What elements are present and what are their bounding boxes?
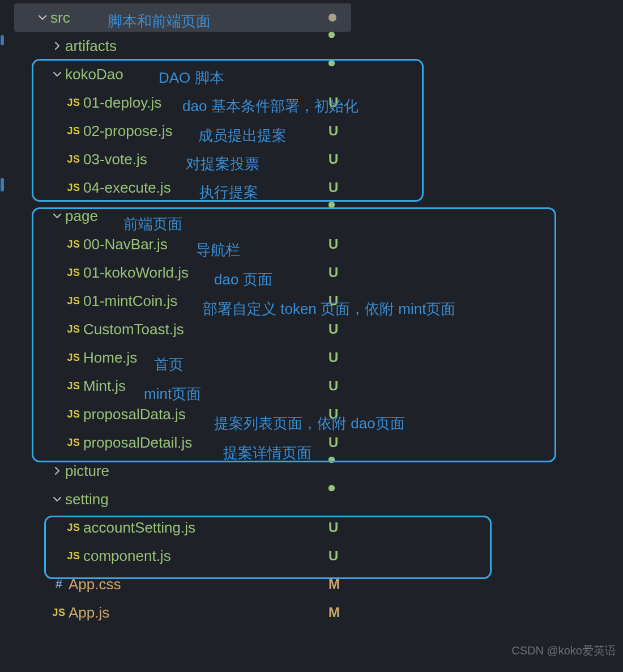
folder-item-setting[interactable]: setting — [14, 485, 351, 513]
edge-marker — [1, 35, 4, 45]
item-label: accountSetting.js — [83, 519, 195, 537]
item-label: CustomToast.js — [83, 321, 184, 338]
item-label: 02-propose.js — [83, 122, 173, 140]
item-label: 00-NavBar.js — [83, 236, 168, 253]
item-label: 01-deploy.js — [83, 94, 161, 112]
item-label: App.css — [69, 576, 121, 593]
item-label: proposalDetail.js — [83, 434, 192, 452]
js-file-icon: JS — [64, 324, 83, 335]
git-status-U: U — [328, 145, 338, 173]
js-file-icon: JS — [64, 239, 83, 250]
chevron-right-icon[interactable] — [49, 466, 65, 475]
git-status-U: U — [328, 258, 338, 287]
js-file-icon: JS — [64, 550, 83, 562]
file-item-CustomToast.js[interactable]: JSCustomToast.jsU — [14, 315, 351, 343]
git-status-U: U — [328, 372, 338, 400]
file-item-App.js[interactable]: JSApp.jsM — [14, 598, 351, 627]
js-file-icon: JS — [64, 97, 83, 109]
js-file-icon: JS — [64, 380, 83, 392]
file-item-01-kokoWorld.js[interactable]: JS01-kokoWorld.jsU — [14, 258, 351, 287]
item-label: picture — [65, 462, 109, 480]
git-status-dot — [328, 457, 335, 463]
git-status-U: U — [328, 428, 338, 457]
js-file-icon: JS — [49, 607, 69, 619]
js-file-icon: JS — [64, 352, 83, 364]
js-file-icon: JS — [64, 409, 83, 420]
chevron-right-icon[interactable] — [49, 41, 65, 50]
git-status-U: U — [328, 315, 338, 343]
folder-item-picture[interactable]: picture — [14, 457, 351, 485]
git-status-M: M — [328, 570, 340, 598]
item-label: 04-execute.js — [83, 179, 171, 197]
git-status-U: U — [328, 343, 338, 372]
item-label: Home.js — [83, 349, 137, 367]
item-label: App.js — [69, 604, 109, 622]
git-status-dot — [328, 202, 335, 208]
css-file-icon: # — [49, 577, 69, 592]
file-item-04-execute.js[interactable]: JS04-execute.jsU — [14, 173, 351, 202]
js-file-icon: JS — [64, 125, 83, 137]
file-item-proposalDetail.js[interactable]: JSproposalDetail.jsU — [14, 428, 351, 457]
item-label: 01-mintCoin.js — [83, 292, 177, 310]
js-file-icon: JS — [64, 522, 83, 534]
item-label: artifacts — [65, 37, 117, 55]
git-status-U: U — [328, 400, 338, 428]
file-item-accountSetting.js[interactable]: JSaccountSetting.jsU — [14, 513, 351, 542]
edge-marker — [1, 178, 4, 192]
chevron-down-icon[interactable] — [49, 70, 65, 79]
js-file-icon: JS — [64, 154, 83, 165]
git-status-dot — [328, 32, 335, 38]
chevron-down-icon[interactable] — [35, 13, 50, 22]
item-label: 03-vote.js — [83, 151, 147, 168]
item-label: setting — [65, 491, 109, 508]
git-status-U: U — [328, 513, 338, 542]
js-file-icon: JS — [64, 267, 83, 279]
js-file-icon: JS — [64, 295, 83, 307]
git-status-U: U — [328, 542, 338, 570]
file-item-02-propose.js[interactable]: JS02-propose.jsU — [14, 117, 351, 145]
git-status-U: U — [328, 230, 338, 258]
git-status-M: M — [328, 598, 340, 627]
file-item-01-deploy.js[interactable]: JS01-deploy.jsU — [14, 88, 351, 117]
file-item-Mint.js[interactable]: JSMint.jsU — [14, 372, 351, 400]
folder-item-kokoDao[interactable]: kokoDao — [14, 60, 351, 88]
file-item-01-mintCoin.js[interactable]: JS01-mintCoin.jsU — [14, 287, 351, 315]
item-label: component.js — [83, 547, 171, 565]
item-label: src — [50, 9, 70, 27]
git-status-seldot — [328, 3, 336, 32]
js-file-icon: JS — [64, 437, 83, 449]
file-item-00-NavBar.js[interactable]: JS00-NavBar.jsU — [14, 230, 351, 258]
item-label: page — [65, 207, 98, 225]
git-status-U: U — [328, 173, 338, 202]
folder-item-page[interactable]: page — [14, 202, 351, 230]
item-label: 01-kokoWorld.js — [83, 264, 189, 282]
file-item-component.js[interactable]: JScomponent.jsU — [14, 542, 351, 570]
watermark-text: CSDN @koko爱英语 — [511, 643, 616, 658]
js-file-icon: JS — [64, 182, 83, 194]
chevron-down-icon[interactable] — [49, 211, 65, 220]
item-label: proposalData.js — [83, 406, 186, 423]
file-explorer-tree: srcartifactskokoDaoJS01-deploy.jsUJS02-p… — [0, 0, 351, 627]
file-item-03-vote.js[interactable]: JS03-vote.jsU — [14, 145, 351, 173]
folder-item-src[interactable]: src — [14, 3, 351, 32]
git-status-U: U — [328, 88, 338, 117]
git-status-dot — [328, 485, 335, 491]
item-label: Mint.js — [83, 377, 126, 395]
file-item-Home.js[interactable]: JSHome.jsU — [14, 343, 351, 372]
item-label: kokoDao — [65, 66, 123, 83]
file-item-App.css[interactable]: #App.cssM — [14, 570, 351, 598]
git-status-U: U — [328, 117, 338, 145]
folder-item-artifacts[interactable]: artifacts — [14, 32, 351, 60]
git-status-dot — [328, 60, 335, 66]
chevron-down-icon[interactable] — [49, 495, 65, 504]
file-item-proposalData.js[interactable]: JSproposalData.jsU — [14, 400, 351, 428]
git-status-U: U — [328, 287, 338, 315]
